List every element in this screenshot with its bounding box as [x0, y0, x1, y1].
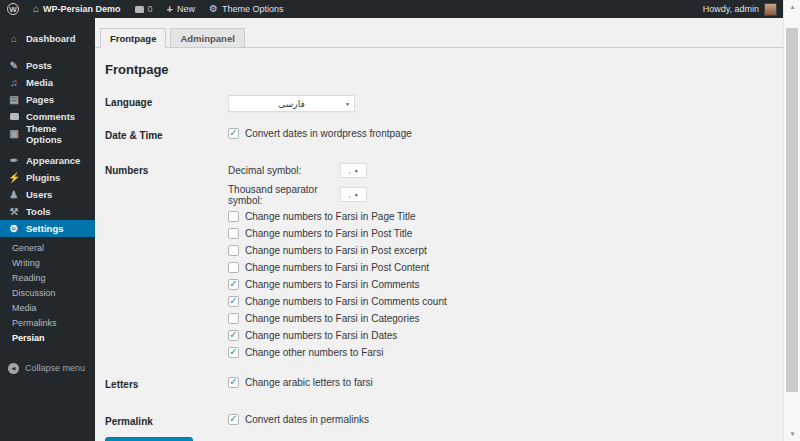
appearance-icon: ✒: [8, 156, 20, 166]
settings-tabbar: Frontpage Adminpanel: [95, 28, 783, 48]
checkbox-label: Change numbers to Farsi in Dates: [245, 330, 397, 341]
chevron-down-icon: ▼: [354, 168, 359, 174]
decimal-symbol-value: ,: [348, 166, 350, 175]
scrollbar[interactable]: ▲ ▼: [783, 0, 800, 441]
decimal-symbol-label: Decimal symbol:: [228, 165, 340, 176]
checkbox-row: Change numbers to Farsi in Categories: [228, 313, 447, 324]
checkbox-label: Change other numbers to Farsi: [245, 347, 383, 358]
sidebar-item-users[interactable]: ♟ Users: [0, 186, 95, 203]
chevron-down-icon: ▼: [345, 101, 350, 107]
checkbox-label: Change arabic letters to farsi: [245, 377, 373, 388]
submenu-item-permalinks[interactable]: Permalinks: [0, 316, 95, 331]
numbers-post-excerpt-checkbox[interactable]: [228, 245, 239, 256]
checkbox-row: Change numbers to Farsi in Dates: [228, 330, 447, 341]
numbers-categories-checkbox[interactable]: [228, 313, 239, 324]
tools-icon: ⚒: [8, 207, 20, 217]
save-changes-button[interactable]: Save Changes: [105, 437, 193, 441]
numbers-post-content-checkbox[interactable]: [228, 262, 239, 273]
datetime-label: Date & Time: [105, 128, 228, 141]
main-content: Frontpage Adminpanel Frontpage Language …: [95, 18, 783, 441]
permalink-dates-checkbox[interactable]: [228, 414, 239, 425]
language-label: Language: [105, 95, 228, 108]
sidebar-item-tools[interactable]: ⚒ Tools: [0, 203, 95, 220]
checkbox-row: Change other numbers to Farsi: [228, 347, 447, 358]
checkbox-row: Change numbers to Farsi in Comments: [228, 279, 447, 290]
submenu-item-discussion[interactable]: Discussion: [0, 286, 95, 301]
sidebar-item-dashboard[interactable]: ⌂ Dashboard: [0, 30, 95, 47]
scroll-down-icon[interactable]: ▼: [784, 427, 800, 441]
dashboard-icon: ⌂: [8, 34, 20, 44]
checkbox-label: Convert dates in permalinks: [245, 414, 369, 425]
wordpress-admin-screen: W ⌂ WP-Persian Demo 0 + New ⚙ Theme Opti…: [0, 0, 800, 441]
sidebar-item-theme-options[interactable]: ▣ Theme Options: [0, 125, 95, 142]
wordpress-menu[interactable]: W: [0, 0, 26, 18]
decimal-symbol-select[interactable]: , ▼: [340, 163, 367, 178]
checkbox-label: Change numbers to Farsi in Categories: [245, 313, 420, 324]
theme-options-icon: ▣: [8, 129, 20, 139]
scrollbar-thumb[interactable]: [786, 28, 798, 392]
pages-icon: ▤: [8, 95, 20, 105]
numbers-page-title-checkbox[interactable]: [228, 211, 239, 222]
checkbox-label: Change numbers to Farsi in Post excerpt: [245, 245, 427, 256]
media-icon: ♫: [8, 78, 20, 88]
checkbox-label: Change numbers to Farsi in Comments coun…: [245, 296, 447, 307]
arabic-letters-checkbox[interactable]: [228, 377, 239, 388]
howdy-text: Howdy, admin: [703, 4, 759, 14]
convert-dates-frontpage-checkbox[interactable]: [228, 128, 239, 139]
numbers-other-checkbox[interactable]: [228, 347, 239, 358]
submenu-item-media[interactable]: Media: [0, 301, 95, 316]
datetime-row: Date & Time Convert dates in wordpress f…: [105, 128, 783, 141]
page-title: Frontpage: [105, 62, 783, 77]
language-select[interactable]: فارسی ▼: [228, 95, 355, 112]
collapse-menu-button[interactable]: ◀ Collapse menu: [0, 360, 95, 376]
submenu-item-reading[interactable]: Reading: [0, 271, 95, 286]
new-content-menu[interactable]: + New: [160, 0, 202, 18]
thousand-separator-value: ,: [348, 190, 350, 199]
sidebar-item-plugins[interactable]: ⚡ Plugins: [0, 169, 95, 186]
comments-icon: [8, 112, 20, 122]
thousand-separator-select[interactable]: , ▼: [340, 187, 367, 202]
account-menu[interactable]: Howdy, admin: [697, 0, 783, 18]
checkbox-row: Change numbers to Farsi in Comments coun…: [228, 296, 447, 307]
sidebar-item-appearance[interactable]: ✒ Appearance: [0, 152, 95, 169]
home-icon: ⌂: [33, 4, 39, 14]
checkbox-label: Change numbers to Farsi in Page Title: [245, 211, 416, 222]
checkbox-row: Change numbers to Farsi in Post Title: [228, 228, 447, 239]
sidebar-item-posts[interactable]: ✎ Posts: [0, 57, 95, 74]
permalink-row: Permalink Convert dates in permalinks: [105, 414, 783, 427]
checkbox-label: Change numbers to Farsi in Post Content: [245, 262, 429, 273]
thousand-separator-label: Thousand separator symbol:: [228, 184, 340, 206]
numbers-post-title-checkbox[interactable]: [228, 228, 239, 239]
plugins-icon: ⚡: [8, 173, 20, 183]
numbers-comments-checkbox[interactable]: [228, 279, 239, 290]
admin-sidebar: ⌂ Dashboard ✎ Posts ♫ Media ▤ Pages Comm…: [0, 18, 95, 441]
plus-icon: +: [167, 4, 173, 15]
sidebar-item-settings[interactable]: ⚙ Settings: [0, 220, 95, 237]
numbers-row: Numbers Decimal symbol: , ▼ Thousand sep…: [105, 163, 783, 364]
site-name: WP-Persian Demo: [43, 4, 121, 14]
submenu-item-persian[interactable]: Persian: [0, 331, 95, 346]
submenu-item-writing[interactable]: Writing: [0, 256, 95, 271]
comment-bubble-icon: [135, 6, 144, 13]
settings-submenu: General Writing Reading Discussion Media…: [0, 237, 95, 346]
settings-icon: ⚙: [8, 224, 20, 234]
theme-options-toolbar-link[interactable]: ⚙ Theme Options: [202, 0, 291, 18]
numbers-dates-checkbox[interactable]: [228, 330, 239, 341]
theme-options-label: Theme Options: [222, 4, 284, 14]
submenu-item-general[interactable]: General: [0, 241, 95, 256]
posts-icon: ✎: [8, 61, 20, 71]
numbers-label: Numbers: [105, 163, 228, 176]
avatar: [764, 3, 777, 16]
settings-form: Language فارسی ▼ Date & Time Convert dat…: [105, 95, 783, 427]
site-link[interactable]: ⌂ WP-Persian Demo: [26, 0, 128, 18]
language-select-value: فارسی: [278, 99, 304, 109]
checkbox-label: Change numbers to Farsi in Post Title: [245, 228, 412, 239]
scroll-up-icon[interactable]: ▲: [784, 0, 800, 14]
numbers-comments-count-checkbox[interactable]: [228, 296, 239, 307]
tab-frontpage[interactable]: Frontpage: [100, 28, 166, 48]
tab-adminpanel[interactable]: Adminpanel: [170, 28, 244, 48]
sidebar-item-media[interactable]: ♫ Media: [0, 74, 95, 91]
sidebar-item-pages[interactable]: ▤ Pages: [0, 91, 95, 108]
checkbox-row: Change numbers to Farsi in Post excerpt: [228, 245, 447, 256]
comments-toolbar-link[interactable]: 0: [128, 0, 160, 18]
